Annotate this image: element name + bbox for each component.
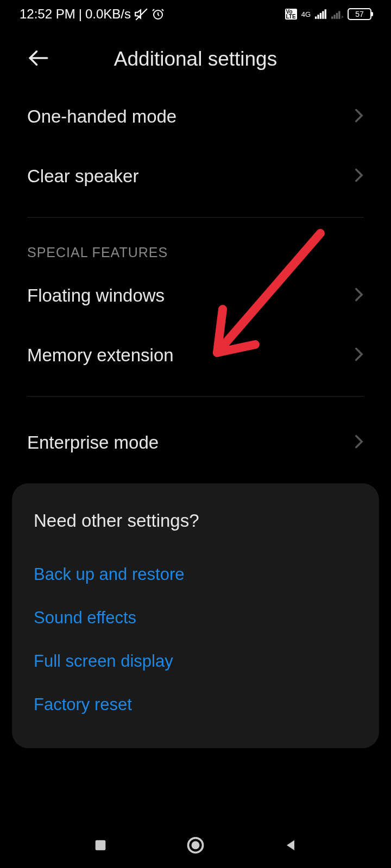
mute-icon bbox=[134, 7, 148, 21]
divider bbox=[27, 217, 364, 218]
chevron-right-icon bbox=[354, 347, 364, 364]
page-header: Additional settings bbox=[0, 26, 391, 87]
alarm-icon bbox=[152, 8, 165, 21]
svg-rect-3 bbox=[317, 15, 319, 19]
network-type: 4G bbox=[301, 10, 311, 18]
setting-floating-windows[interactable]: Floating windows bbox=[27, 266, 364, 326]
settings-list: One-handed mode Clear speaker SPECIAL FE… bbox=[0, 87, 391, 473]
status-left: 12:52 PM | 0.0KB/s bbox=[20, 7, 165, 22]
page-title: Additional settings bbox=[27, 48, 364, 71]
setting-label: Clear speaker bbox=[27, 166, 138, 187]
signal-icon-2: × bbox=[331, 9, 343, 19]
recents-button[interactable] bbox=[93, 838, 108, 855]
svg-text:×: × bbox=[341, 14, 343, 19]
link-factory-reset[interactable]: Factory reset bbox=[34, 683, 357, 726]
link-sound-effects[interactable]: Sound effects bbox=[34, 596, 357, 640]
svg-rect-10 bbox=[338, 11, 340, 19]
other-settings-card: Need other settings? Back up and restore… bbox=[12, 483, 379, 748]
svg-rect-6 bbox=[325, 9, 326, 19]
back-nav-button[interactable] bbox=[283, 838, 298, 855]
setting-label: Floating windows bbox=[27, 285, 165, 306]
link-full-screen-display[interactable]: Full screen display bbox=[34, 640, 357, 683]
status-time: 12:52 PM bbox=[20, 7, 75, 22]
status-separator: | bbox=[79, 7, 82, 22]
svg-point-15 bbox=[191, 841, 199, 850]
battery-icon: 57 bbox=[348, 8, 371, 20]
status-network-speed: 0.0KB/s bbox=[85, 7, 131, 22]
status-bar: 12:52 PM | 0.0KB/s VoLTE 4G bbox=[0, 0, 391, 26]
svg-rect-4 bbox=[320, 13, 321, 19]
home-button[interactable] bbox=[186, 835, 205, 857]
setting-memory-extension[interactable]: Memory extension bbox=[27, 326, 364, 385]
navigation-bar bbox=[0, 835, 391, 857]
setting-clear-speaker[interactable]: Clear speaker bbox=[27, 146, 364, 206]
battery-percent: 57 bbox=[355, 10, 364, 18]
signal-icon-1 bbox=[315, 9, 327, 19]
card-title: Need other settings? bbox=[34, 510, 357, 531]
chevron-right-icon bbox=[354, 434, 364, 451]
divider bbox=[27, 396, 364, 397]
back-button[interactable] bbox=[27, 47, 50, 72]
section-special-features: SPECIAL FEATURES bbox=[27, 234, 364, 266]
chevron-right-icon bbox=[354, 108, 364, 125]
setting-label: Enterprise mode bbox=[27, 432, 159, 453]
svg-rect-5 bbox=[322, 11, 324, 19]
setting-label: Memory extension bbox=[27, 345, 174, 366]
svg-line-0 bbox=[136, 9, 147, 20]
svg-rect-13 bbox=[96, 840, 106, 851]
setting-label: One-handed mode bbox=[27, 106, 176, 127]
svg-rect-7 bbox=[331, 16, 333, 18]
svg-rect-8 bbox=[333, 15, 335, 19]
chevron-right-icon bbox=[354, 287, 364, 304]
setting-one-handed-mode[interactable]: One-handed mode bbox=[27, 87, 364, 146]
svg-rect-2 bbox=[315, 16, 317, 18]
chevron-right-icon bbox=[354, 168, 364, 185]
status-right: VoLTE 4G × 57 bbox=[285, 8, 372, 20]
link-backup-restore[interactable]: Back up and restore bbox=[34, 553, 357, 596]
svg-rect-9 bbox=[336, 13, 338, 19]
setting-enterprise-mode[interactable]: Enterprise mode bbox=[27, 413, 364, 473]
volte-icon: VoLTE bbox=[285, 9, 297, 20]
